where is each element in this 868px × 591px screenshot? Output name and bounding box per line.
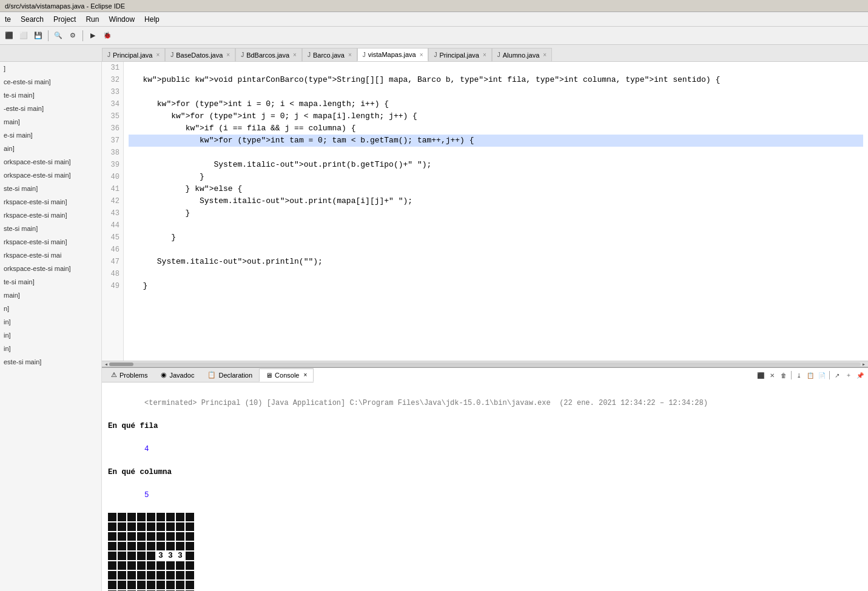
bottom-tabs: ⚠ Problems ◉ Javadoc 📋 Declaration 🖥 Con… [102,368,314,382]
sidebar-item-2[interactable]: te-si main] [0,88,101,102]
console-open-btn[interactable]: ↗ [832,370,843,381]
scrollbar-thumb[interactable] [109,362,133,366]
sidebar-item-19[interactable]: in] [0,315,101,329]
tab-icon-4: J [363,52,366,58]
bottom-tab-console[interactable]: 🖥 Console × [259,369,314,382]
toolbar-btn-3[interactable]: 💾 [32,29,45,42]
bottom-tab-javadoc-label: Javadoc [169,372,194,379]
sidebar-item-17[interactable]: main] [0,289,101,302]
tab-vistamapas-java[interactable]: J vistaMapas.java × [357,48,429,61]
sidebar-item-7[interactable]: orkspace-este-si main] [0,155,101,169]
sidebar-item-12[interactable]: ste-si main] [0,222,101,235]
menu-run[interactable]: Run [86,15,99,24]
sidebar-item-14[interactable]: rkspace-este-si mai [0,249,101,262]
sidebar-item-21[interactable]: in] [0,342,101,355]
tab-label-2: BdBarcos.java [246,52,289,59]
menu-project[interactable]: Project [53,15,76,24]
sidebar-item-15[interactable]: orkspace-este-si main] [0,262,101,275]
bottom-tab-declaration-label: Declaration [218,372,252,379]
tab-icon-0: J [107,52,110,58]
console-num1: 4 [144,445,149,453]
sidebar-item-11[interactable]: rkspace-este-si main] [0,209,101,222]
toolbar-vsep-2 [829,371,830,379]
sidebar-item-4[interactable]: main] [0,115,101,129]
tab-label-1: BaseDatos.java [176,52,223,59]
tab-bdbarcos-java[interactable]: J BdBarcos.java × [235,48,302,61]
tab-label-0: Principal.java [113,52,152,59]
tab-label-3: Barco.java [313,52,345,59]
console-pin-btn[interactable]: 📌 [855,370,866,381]
console-remove-btn[interactable]: ✕ [767,370,778,381]
bottom-tab-declaration[interactable]: 📋 Declaration [201,369,259,382]
sidebar-item-22[interactable]: este-si main] [0,355,101,369]
scrollbar-track[interactable] [109,362,861,366]
tab-principal2-java[interactable]: J Principal.java × [428,48,491,61]
tab-close-3[interactable]: × [348,52,352,58]
tab-close-0[interactable]: × [156,52,160,58]
toolbar-btn-5[interactable]: ⚙ [66,29,79,42]
tab-close-4[interactable]: × [420,52,423,58]
sidebar-item-10[interactable]: rkspace-este-si main] [0,195,101,209]
tab-principal-java[interactable]: J Principal.java × [102,48,165,61]
tab-label-5: Principal.java [439,52,479,59]
sidebar-item-16[interactable]: te-si main] [0,275,101,289]
menu-help[interactable]: Help [144,15,160,24]
bottom-tab-problems-label: Problems [119,372,147,379]
tab-barco-java[interactable]: J Barco.java × [302,48,357,61]
bottom-tab-declaration-icon: 📋 [207,371,216,379]
toolbar: ⬛ ⬜ 💾 🔍 ⚙ ▶ 🐞 [0,27,868,45]
toolbar-btn-4[interactable]: 🔍 [52,29,65,42]
toolbar-btn-debug[interactable]: 🐞 [101,29,114,42]
menu-window[interactable]: Window [109,15,135,24]
tab-icon-1: J [170,52,173,58]
console-copy-btn[interactable]: 📋 [805,370,816,381]
menu-te[interactable]: te [5,15,11,24]
toolbar-sep-1 [48,30,49,41]
sidebar-item-0[interactable]: ] [0,62,101,75]
console-line1: En qué fila [108,422,158,430]
console-content: <terminated> Principal (10) [Java Applic… [102,382,868,591]
console-scroll-lock-btn[interactable]: ⤓ [793,370,804,381]
bottom-tab-problems[interactable]: ⚠ Problems [104,369,154,382]
tab-close-5[interactable]: × [483,52,486,58]
editor-area: 31323334353637383940414243444546474849 k… [102,62,868,591]
sidebar-item-9[interactable]: ste-si main] [0,182,101,195]
sidebar-item-20[interactable]: in] [0,329,101,342]
toolbar-btn-run[interactable]: ▶ [86,29,99,42]
sidebar-item-1[interactable]: ce-este-si main] [0,75,101,88]
sidebar-item-13[interactable]: rkspace-este-si main] [0,235,101,249]
tab-close-2[interactable]: × [293,52,297,58]
console-new-btn[interactable]: ＋ [843,370,854,381]
console-terminated: <terminated> Principal (10) [Java Applic… [144,399,708,407]
sidebar-item-5[interactable]: e-si main] [0,129,101,142]
bottom-tab-javadoc[interactable]: ◉ Javadoc [154,369,201,382]
tab-close-6[interactable]: × [543,52,547,58]
sidebar-item-8[interactable]: orkspace-este-si main] [0,169,101,182]
tab-basedatos-java[interactable]: J BaseDatos.java × [165,48,235,61]
code-editor[interactable]: 31323334353637383940414243444546474849 k… [102,62,868,361]
bottom-tab-console-label: Console [275,372,299,379]
tab-bar: J Principal.java × J BaseDatos.java × J … [0,45,868,62]
sidebar-item-6[interactable]: ain] [0,142,101,155]
tab-close-1[interactable]: × [226,52,230,58]
bottom-tab-javadoc-icon: ◉ [161,371,167,379]
console-paste-btn[interactable]: 📄 [816,370,827,381]
sidebar-item-3[interactable]: -este-si main] [0,102,101,115]
toolbar-btn-2[interactable]: ⬜ [17,29,30,42]
line-numbers: 31323334353637383940414243444546474849 [102,62,124,361]
toolbar-sep-2 [82,30,83,41]
tab-label-4: vistaMapas.java [368,51,416,58]
tab-icon-5: J [434,52,437,58]
main-layout: ] ce-este-si main] te-si main] -este-si … [0,62,868,591]
sidebar-item-18[interactable]: n] [0,302,101,315]
tab-icon-2: J [241,52,244,58]
editor-scrollbar[interactable]: ◂ ▸ [102,361,868,367]
bottom-tab-console-close[interactable]: × [303,372,307,378]
tab-alumno-java[interactable]: J Alumno.java × [492,48,552,61]
console-stop-btn[interactable]: ⬛ [755,370,766,381]
title-bar: d/src/vista/vistamapas.java - Eclipse ID… [0,0,868,12]
toolbar-btn-1[interactable]: ⬛ [2,29,16,42]
code-content: kw">public kw">void pintarConBarco(type"… [124,62,868,361]
console-clear-btn[interactable]: 🗑 [778,370,789,381]
menu-search[interactable]: Search [21,15,44,24]
